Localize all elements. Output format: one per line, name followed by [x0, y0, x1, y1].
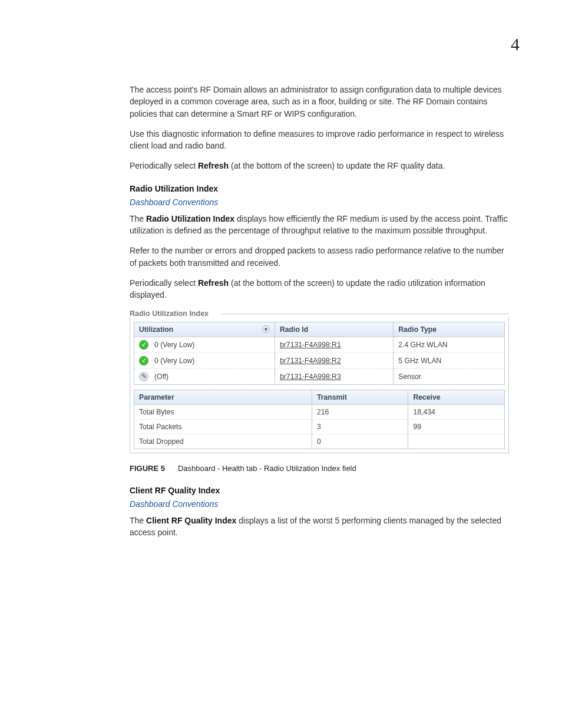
- section-title-radio-utilization: Radio Utilization Index: [130, 184, 509, 193]
- refresh-label: Refresh: [198, 161, 229, 170]
- status-ok-icon: ✓: [139, 356, 148, 365]
- table-row: Total Packets 3 99: [134, 419, 505, 434]
- paragraph: Refer to the number or errors and droppe…: [130, 245, 509, 269]
- table-row: ✓ 0 (Very Low) br7131-F4A998:R2 5 GHz WL…: [134, 353, 505, 368]
- col-radio-type[interactable]: Radio Type: [394, 322, 505, 337]
- cell-utilization: ✎ (Off): [134, 368, 275, 384]
- term: Radio Utilization Index: [146, 214, 234, 223]
- cell-param: Total Dropped: [134, 434, 312, 449]
- radio-utilization-table: Utilization ▾ Radio Id Radio Type ✓ 0 (V…: [134, 322, 505, 385]
- cell-utilization: ✓ 0 (Very Low): [134, 353, 275, 368]
- link-dashboard-conventions[interactable]: Dashboard Conventions: [130, 499, 218, 509]
- table-row: Total Bytes 216 18,434: [134, 404, 505, 419]
- section-title-client-rf-quality: Client RF Quality Index: [130, 486, 509, 495]
- status-off-icon: ✎: [139, 372, 148, 381]
- text: Periodically select: [130, 278, 198, 288]
- cell-param: Total Bytes: [134, 404, 312, 419]
- table-row: ✓ 0 (Very Low) br7131-F4A998:R1 2.4 GHz …: [134, 337, 505, 353]
- cell-tx: 0: [312, 434, 408, 449]
- cell-radio-type: Sensor: [394, 368, 505, 384]
- table-row: ✎ (Off) br7131-F4A998:R3 Sensor: [134, 368, 505, 384]
- page-number: 4: [511, 34, 520, 54]
- col-receive[interactable]: Receive: [408, 390, 505, 404]
- figure-caption: FIGURE 5Dashboard - Health tab - Radio U…: [130, 464, 509, 473]
- figure-radio-utilization-index: Radio Utilization Index Utilization ▾ Ra…: [130, 309, 509, 453]
- paragraph: Use this diagnostic information to defin…: [130, 128, 509, 152]
- text: Periodically select: [130, 161, 198, 170]
- cell-rx: 99: [408, 419, 505, 434]
- col-utilization[interactable]: Utilization ▾: [134, 322, 275, 337]
- radio-totals-table: Parameter Transmit Receive Total Bytes 2…: [134, 390, 505, 449]
- sort-desc-icon[interactable]: ▾: [262, 325, 270, 333]
- figure-tables: Utilization ▾ Radio Id Radio Type ✓ 0 (V…: [130, 317, 509, 453]
- figure-label: FIGURE 5: [130, 464, 165, 473]
- paragraph: The access point's RF Domain allows an a…: [130, 84, 509, 120]
- table-header-row: Utilization ▾ Radio Id Radio Type: [134, 322, 505, 337]
- term: Client RF Quality Index: [146, 516, 236, 525]
- paragraph: The Radio Utilization Index displays how…: [130, 213, 509, 237]
- text: The: [130, 516, 146, 525]
- cell-rx: [408, 434, 505, 449]
- cell-tx: 3: [312, 419, 408, 434]
- paragraph: Periodically select Refresh (at the bott…: [130, 277, 509, 301]
- text: The: [130, 214, 146, 223]
- cell-param: Total Packets: [134, 419, 312, 434]
- util-text: 0 (Very Low): [154, 357, 194, 365]
- table-header-row: Parameter Transmit Receive: [134, 390, 505, 404]
- cell-radio-type: 2.4 GHz WLAN: [394, 337, 505, 353]
- paragraph: The Client RF Quality Index displays a l…: [130, 515, 509, 539]
- cell-radio-id[interactable]: br7131-F4A998:R2: [275, 353, 394, 368]
- cell-rx: 18,434: [408, 404, 505, 419]
- col-transmit[interactable]: Transmit: [312, 390, 408, 404]
- util-text: (Off): [154, 373, 168, 381]
- col-parameter[interactable]: Parameter: [134, 390, 312, 404]
- text: (at the bottom of the screen) to update …: [229, 161, 445, 170]
- cell-radio-id[interactable]: br7131-F4A998:R3: [275, 368, 394, 384]
- refresh-label: Refresh: [198, 278, 229, 288]
- link-dashboard-conventions[interactable]: Dashboard Conventions: [130, 197, 218, 207]
- cell-radio-id[interactable]: br7131-F4A998:R1: [275, 337, 394, 353]
- status-ok-icon: ✓: [139, 340, 148, 350]
- paragraph: Periodically select Refresh (at the bott…: [130, 160, 509, 172]
- table-row: Total Dropped 0: [134, 434, 505, 449]
- cell-radio-type: 5 GHz WLAN: [394, 353, 505, 368]
- util-text: 0 (Very Low): [154, 341, 194, 349]
- col-radio-id[interactable]: Radio Id: [275, 322, 394, 337]
- cell-utilization: ✓ 0 (Very Low): [134, 337, 275, 353]
- fieldset-label: Radio Utilization Index: [130, 309, 509, 318]
- header-text: Utilization: [139, 325, 173, 334]
- cell-tx: 216: [312, 404, 408, 419]
- figure-caption-text: Dashboard - Health tab - Radio Utilizati…: [178, 464, 356, 473]
- page-content: The access point's RF Domain allows an a…: [0, 0, 562, 582]
